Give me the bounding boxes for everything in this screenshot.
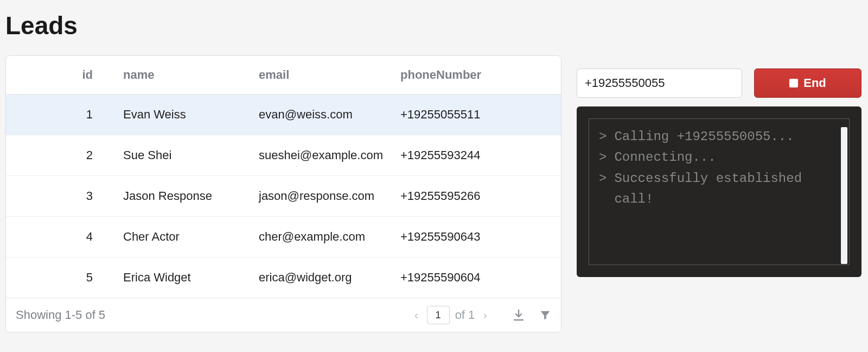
end-call-label: End <box>803 76 826 90</box>
stop-icon <box>789 79 798 87</box>
row-id: 2 <box>39 135 114 176</box>
row-phone: +19255590604 <box>392 257 561 298</box>
col-id[interactable]: id <box>39 56 114 95</box>
row-id: 5 <box>39 257 114 298</box>
row-name: Cher Actor <box>114 217 250 257</box>
row-email: cher@example.com <box>250 217 392 257</box>
row-id: 3 <box>39 176 114 217</box>
leads-table: id name email phoneNumber 1Evan Weisseva… <box>6 56 561 298</box>
showing-text: Showing 1-5 of 5 <box>16 308 105 322</box>
call-log-terminal: >Calling +19255550055...>Connecting...>S… <box>577 106 861 277</box>
row-phone: +19255593244 <box>392 135 561 176</box>
call-log-output: >Calling +19255550055...>Connecting...>S… <box>589 118 850 265</box>
row-email: erica@widget.org <box>250 257 392 298</box>
table-row[interactable]: 1Evan Weissevan@weiss.com+19255055511 <box>6 95 561 135</box>
col-select <box>6 56 39 95</box>
page-title: Leads <box>5 11 863 40</box>
terminal-line: >Connecting... <box>599 147 839 168</box>
table-row[interactable]: 2Sue Sheisueshei@example.com+19255593244 <box>6 135 561 176</box>
col-phone[interactable]: phoneNumber <box>392 56 561 95</box>
terminal-line: >Calling +19255550055... <box>599 127 839 147</box>
row-select-cell <box>6 217 39 257</box>
terminal-message: Successfully established call! <box>614 168 839 210</box>
table-row[interactable]: 5Erica Widgeterica@widget.org+1925559060… <box>6 257 561 298</box>
table-footer: Showing 1-5 of 5 ‹ of 1 › <box>6 298 561 332</box>
row-select-cell <box>6 176 39 217</box>
col-email[interactable]: email <box>250 56 392 95</box>
row-email: sueshei@example.com <box>250 135 392 176</box>
table-row[interactable]: 3Jason Responsejason@response.com+192555… <box>6 176 561 217</box>
page-number-input[interactable] <box>427 306 450 324</box>
table-row[interactable]: 4Cher Actorcher@example.com+19255590643 <box>6 217 561 257</box>
row-id: 1 <box>39 95 114 135</box>
row-select-cell <box>6 135 39 176</box>
row-phone: +19255590643 <box>392 217 561 257</box>
next-page-button[interactable]: › <box>480 309 490 322</box>
pager: ‹ of 1 › <box>411 306 490 324</box>
prev-page-button[interactable]: ‹ <box>411 309 422 322</box>
row-email: jason@response.com <box>250 176 392 217</box>
terminal-scrollbar[interactable] <box>841 127 847 264</box>
end-call-button[interactable]: End <box>754 68 861 98</box>
col-name[interactable]: name <box>114 56 250 95</box>
row-name: Sue Shei <box>114 135 250 176</box>
page-of-label: of 1 <box>455 308 475 322</box>
table-header-row: id name email phoneNumber <box>6 56 561 95</box>
row-phone: +19255055511 <box>392 95 561 135</box>
terminal-prompt: > <box>599 168 607 210</box>
row-select-cell <box>6 257 39 298</box>
download-icon[interactable] <box>512 309 525 322</box>
row-id: 4 <box>39 217 114 257</box>
terminal-prompt: > <box>599 127 607 147</box>
phone-number-input[interactable] <box>577 68 742 98</box>
dialer-panel: End >Calling +19255550055...>Connecting.… <box>577 55 861 277</box>
row-select-cell <box>6 95 39 135</box>
terminal-line: >Successfully established call! <box>599 168 839 210</box>
filter-icon[interactable] <box>539 309 551 321</box>
row-name: Evan Weiss <box>114 95 250 135</box>
leads-table-card: id name email phoneNumber 1Evan Weisseva… <box>5 55 561 332</box>
row-name: Jason Response <box>114 176 250 217</box>
terminal-message: Calling +19255550055... <box>614 127 794 147</box>
row-phone: +19255595266 <box>392 176 561 217</box>
terminal-message: Connecting... <box>614 147 716 168</box>
row-email: evan@weiss.com <box>250 95 392 135</box>
terminal-prompt: > <box>599 147 607 168</box>
row-name: Erica Widget <box>114 257 250 298</box>
